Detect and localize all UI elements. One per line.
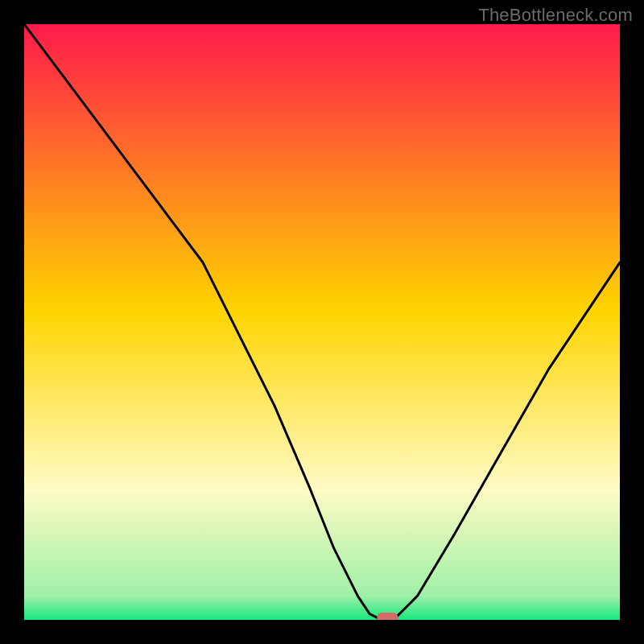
gradient-background bbox=[24, 24, 620, 620]
chart-frame: TheBottleneck.com bbox=[0, 0, 644, 644]
plot-area bbox=[24, 24, 620, 620]
optimal-marker bbox=[377, 613, 398, 620]
plot-svg bbox=[24, 24, 620, 620]
watermark-text: TheBottleneck.com bbox=[478, 5, 633, 26]
